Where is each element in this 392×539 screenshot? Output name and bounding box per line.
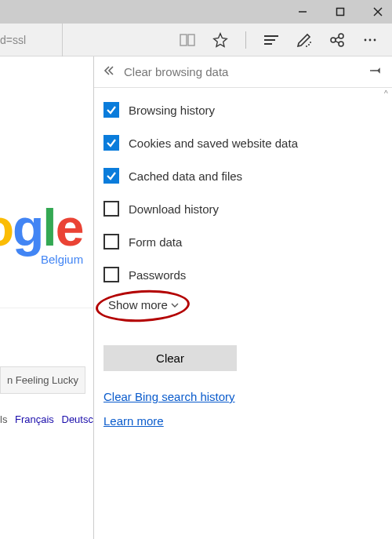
clear-button[interactable]: Clear	[103, 345, 237, 371]
svg-line-15	[336, 37, 339, 39]
svg-line-16	[336, 41, 339, 43]
panel-header: Clear browsing data	[94, 56, 392, 88]
option-label: Browsing history	[129, 104, 215, 117]
favorites-star-icon[interactable]	[212, 32, 228, 48]
pin-icon[interactable]	[370, 64, 383, 79]
share-icon[interactable]	[329, 32, 345, 48]
svg-point-19	[374, 38, 376, 41]
option-row[interactable]: Download history	[103, 201, 383, 217]
back-chevron-icon[interactable]	[103, 65, 114, 78]
minimize-button[interactable]	[295, 4, 310, 20]
checkbox[interactable]	[103, 267, 119, 282]
address-bar-fragment[interactable]: d=ssl	[0, 24, 63, 56]
svg-point-14	[339, 42, 343, 46]
web-note-icon[interactable]	[296, 32, 312, 48]
lang-link-fr[interactable]: Français	[15, 413, 54, 425]
browser-toolbar: d=ssl	[0, 24, 392, 56]
svg-point-11	[306, 46, 307, 47]
chevron-down-icon	[171, 302, 179, 308]
option-label: Cookies and saved website data	[129, 137, 298, 150]
window-titlebar	[0, 0, 392, 24]
close-button[interactable]	[370, 4, 386, 20]
svg-rect-4	[180, 35, 187, 46]
option-label: Form data	[129, 235, 182, 249]
option-row[interactable]: Cached data and files	[103, 168, 383, 184]
option-row[interactable]: Cookies and saved website data	[103, 135, 383, 151]
checkbox[interactable]	[103, 234, 119, 249]
panel-title: Clear browsing data	[124, 65, 228, 78]
checkbox[interactable]	[103, 102, 119, 118]
svg-point-12	[331, 38, 336, 42]
reading-view-icon[interactable]	[180, 32, 195, 48]
option-row[interactable]: Form data	[103, 234, 383, 249]
show-more-label: Show more	[108, 298, 168, 311]
checkbox[interactable]	[103, 168, 119, 184]
option-label: Cached data and files	[129, 169, 242, 183]
toolbar-separator	[245, 31, 246, 49]
learn-more-link[interactable]: Learn more	[103, 414, 383, 428]
google-logo: Google	[0, 198, 82, 257]
svg-point-17	[365, 38, 367, 41]
option-label: Download history	[129, 202, 219, 216]
option-row[interactable]: Passwords	[103, 267, 383, 282]
clear-browsing-data-panel: ^ Clear browsing data Browsing historyCo…	[94, 56, 392, 539]
checkbox[interactable]	[103, 201, 119, 217]
option-label: Passwords	[129, 268, 186, 282]
svg-point-13	[339, 34, 343, 38]
svg-point-10	[310, 42, 311, 43]
google-region-label: Belgium	[41, 253, 83, 266]
language-links: ls Français Deutscl	[0, 413, 94, 425]
lang-link-de[interactable]: Deutscl	[62, 413, 95, 425]
maximize-button[interactable]	[332, 4, 348, 20]
lang-label: ls	[0, 413, 7, 425]
more-icon[interactable]	[362, 32, 378, 48]
svg-point-18	[369, 38, 372, 41]
option-row[interactable]: Browsing history	[103, 102, 383, 118]
show-more-toggle[interactable]: Show more	[103, 295, 183, 315]
divider	[0, 308, 93, 308]
hub-icon[interactable]	[263, 32, 279, 48]
clear-bing-history-link[interactable]: Clear Bing search history	[103, 390, 383, 403]
checkbox[interactable]	[103, 135, 119, 151]
svg-rect-5	[188, 35, 194, 46]
webpage-content: Google Belgium n Feeling Lucky ls França…	[0, 56, 94, 539]
svg-rect-1	[337, 9, 344, 16]
svg-point-9	[308, 44, 310, 46]
feeling-lucky-button[interactable]: n Feeling Lucky	[0, 366, 85, 394]
